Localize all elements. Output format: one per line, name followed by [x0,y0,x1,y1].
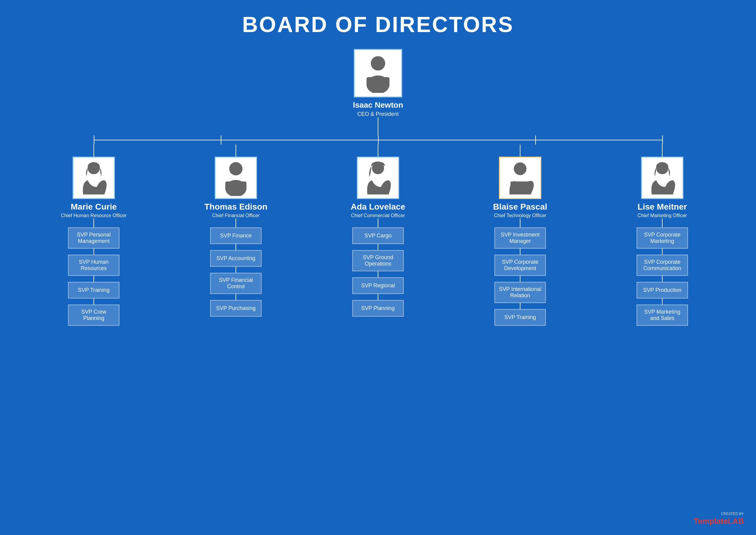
brand-bold: LAB [728,517,744,526]
svp-item: SVP Investment Manager [494,227,546,255]
svp-vline [662,276,662,282]
svp-box: SVP Financial Control [210,273,262,294]
svp-item: SVP Planning [352,300,404,317]
svp-item: SVP Corporate Marketing [636,227,688,255]
svp-box: SVP Training [68,282,120,298]
svp-item: SVP Corporate Development [494,255,546,282]
svp-box: SVP International Relation [494,282,546,303]
svp-item: SVP Marketing and Sales [636,304,688,326]
brand-name: TemplateLAB [694,517,744,526]
svp-box: SVP Personal Management [68,227,120,249]
org-chart: BOARD OF DIRECTORS Isaac Newton CEO & Pr… [6,12,750,326]
brand-normal: Template [694,517,728,526]
svp-box: SVP Corporate Marketing [636,227,688,249]
vline-te-2 [236,218,236,227]
svp-item: SVP Ground Operations [352,250,404,277]
svp-item: SVP Production [636,282,688,304]
svp-box: SVP Marketing and Sales [636,304,688,326]
svp-item: SVP Training [68,282,120,304]
svp-vline [94,276,94,282]
h-connector [30,135,726,145]
svp-vline [378,271,378,277]
avatar-ada-lovelace [357,157,399,199]
ceo-name: Isaac Newton [353,100,403,110]
svp-vline [520,249,520,255]
svp-vline [236,267,236,273]
director-role-2: Chief Commercial Officer [351,213,405,218]
tick-4 [535,135,536,145]
svp-item: SVP Financial Control [210,273,262,300]
svp-box: SVP Production [636,282,688,298]
tick-5 [662,135,663,145]
branch-thomas-edison: Thomas Edison Chief Financial Officer SV… [172,145,299,317]
directors-row: Marie Curie Chief Human Resource Officer… [30,145,726,326]
svp-item: SVP Personal Management [68,227,120,255]
svp-item: SVP Accounting [210,250,262,273]
svp-item: SVP Finance [210,227,262,250]
director-name-2: Ada Lovelace [351,202,406,212]
svp-vline [520,276,520,282]
svp-box: SVP Corporate Development [494,255,546,276]
svp-vline [94,249,94,255]
svp-item: SVP Regional [352,277,404,300]
svp-vline [662,298,662,304]
svp-chain-4: SVP Corporate Marketing SVP Corporate Co… [636,227,688,326]
svp-vline [520,303,520,309]
tick-2 [221,135,221,145]
svp-item: SVP Purchasing [210,300,262,317]
vline-mc [94,145,94,157]
ceo-avatar [354,49,402,98]
svp-box: SVP Purchasing [210,300,262,317]
vline-lm [662,145,662,157]
svp-chain-1: SVP Finance SVP Accounting SVP Financial… [210,227,262,317]
vline-te [236,145,236,157]
svp-box: SVP Planning [352,300,404,317]
svp-item: SVP Cargo [352,227,404,250]
svp-box: SVP Cargo [352,227,404,244]
svp-box: SVP Training [494,309,546,326]
director-role-0: Chief Human Resource Officer [61,213,127,218]
tick-1 [94,135,94,145]
director-card-marie-curie: Marie Curie Chief Human Resource Officer [61,157,127,218]
tick-3 [378,135,378,145]
director-card-thomas-edison: Thomas Edison Chief Financial Officer [205,157,267,218]
svp-vline [236,244,236,250]
svp-vline [378,244,378,250]
ceo-vline [378,117,378,135]
vline-al-2 [378,218,378,227]
svp-item: SVP Crew Planning [68,304,120,326]
svp-box: SVP Ground Operations [352,250,404,271]
svp-item: SVP International Relation [494,282,546,309]
avatar-blaise-pascal [499,157,541,199]
page-title: BOARD OF DIRECTORS [242,12,514,37]
director-role-4: Chief Marketing Officer [637,213,687,218]
director-name-1: Thomas Edison [205,202,267,212]
vline-mc-2 [94,218,94,227]
svp-item: SVP Human Resources [68,255,120,282]
director-card-ada-lovelace: Ada Lovelace Chief Commercial Officer [351,157,406,218]
svp-vline [94,298,94,304]
svp-box: SVP Finance [210,227,262,244]
ceo-role: CEO & President [357,111,399,117]
svp-chain-0: SVP Personal Management SVP Human Resour… [68,227,120,326]
branch-ada-lovelace: Ada Lovelace Chief Commercial Officer SV… [315,145,441,317]
director-role-3: Chief Technology Officer [494,213,546,218]
vline-al [378,145,378,157]
templatelab-logo: CREATED BY TemplateLAB [694,512,744,526]
ceo-container: Isaac Newton CEO & President [353,49,403,135]
svp-vline [378,294,378,300]
svp-box: SVP Crew Planning [68,304,120,326]
svp-box: SVP Corporate Communication [636,255,688,276]
branch-lise-meitner: Lise Meitner Chief Marketing Officer SVP… [599,145,726,326]
svp-chain-3: SVP Investment Manager SVP Corporate Dev… [494,227,546,326]
svp-box: SVP Investment Manager [494,227,546,249]
avatar-thomas-edison [215,157,257,199]
branch-blaise-pascal: Blaise Pascal Chief Technology Officer S… [457,145,584,326]
svp-item: SVP Corporate Communication [636,255,688,282]
vline-bp-2 [520,218,520,227]
director-name-3: Blaise Pascal [493,202,547,212]
svp-item: SVP Training [494,309,546,326]
branch-marie-curie: Marie Curie Chief Human Resource Officer… [30,145,157,326]
created-by-label: CREATED BY [694,512,744,516]
ceo-card: Isaac Newton CEO & President [353,49,403,117]
